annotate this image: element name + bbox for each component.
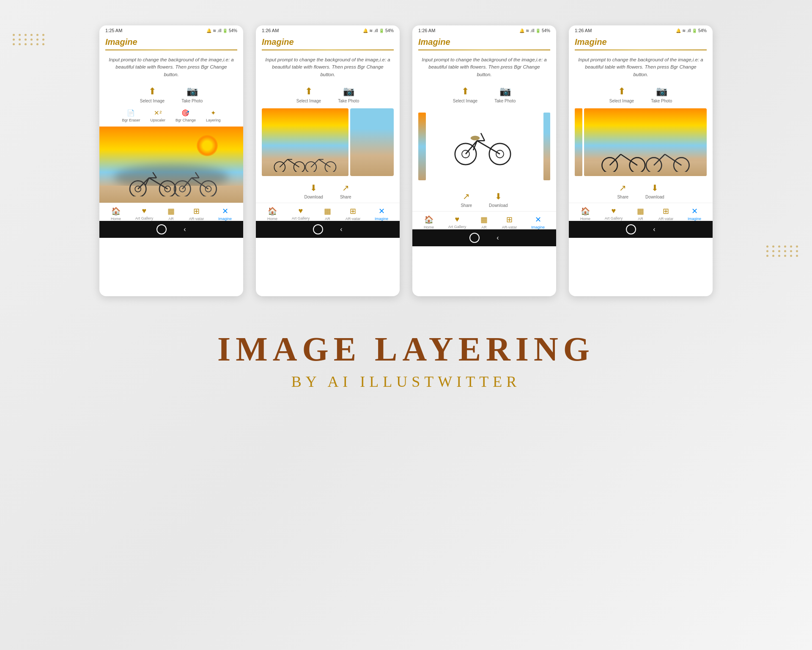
svg-line-43: [654, 154, 665, 165]
android-nav-3: ‹: [412, 229, 556, 246]
prompt-text-4: Input prompt to change the background of…: [569, 55, 713, 83]
arvatar-icon-1: ⊞: [193, 207, 200, 216]
ar-icon-3: ▦: [480, 215, 488, 224]
nav-items-2: 🏠 Home ♥ Art Gallery ▦ AR ⊞ AR-vatar ✕: [256, 207, 400, 221]
action-icons-row-2: ⬆ Select Image 📷 Take Photo: [256, 83, 400, 108]
select-image-label-3: Select Image: [453, 99, 477, 103]
svg-line-5: [149, 178, 168, 189]
share-btn-3[interactable]: ↗ Share: [461, 191, 472, 208]
layer-strip-left-3: [418, 113, 426, 180]
download-btn-2[interactable]: ⬇ Download: [304, 183, 323, 199]
take-photo-label-2: Take Photo: [338, 99, 359, 103]
nav-ar-3[interactable]: ▦ AR: [480, 215, 488, 229]
nav-home-2[interactable]: 🏠 Home: [267, 207, 277, 221]
nav-ar-4[interactable]: ▦ AR: [637, 207, 644, 221]
android-circle-3[interactable]: [469, 233, 480, 243]
android-back-3[interactable]: ‹: [497, 234, 499, 242]
nav-imagine-2[interactable]: ✕ Imagine: [375, 207, 388, 221]
bgr-eraser-btn[interactable]: 📄 Bgr Eraser: [122, 109, 140, 122]
nav-gallery-3[interactable]: ♥ Art Gallery: [448, 215, 466, 229]
nav-ar-2[interactable]: ▦ AR: [324, 207, 331, 221]
take-photo-label-3: Take Photo: [494, 99, 516, 103]
android-circle-4[interactable]: [626, 224, 636, 234]
select-image-label-2: Select Image: [296, 99, 321, 103]
select-image-btn-2[interactable]: ⬆ Select Image: [296, 86, 321, 103]
android-back-1[interactable]: ‹: [184, 226, 186, 233]
home-icon-4: 🏠: [581, 207, 590, 216]
ar-label-2: AR: [325, 217, 330, 221]
gallery-icon-1: ♥: [142, 207, 147, 215]
bgr-change-btn[interactable]: 🎯 Bgr Change: [176, 109, 196, 122]
prompt-text-3: Input prompt to change the background of…: [412, 55, 556, 83]
download-btn-4[interactable]: ⬇ Download: [645, 183, 664, 199]
nav-arvatar-4[interactable]: ⊞ AR-vatar: [658, 207, 674, 221]
nav-home-4[interactable]: 🏠 Home: [580, 207, 590, 221]
share-btn-4[interactable]: ↗ Share: [617, 183, 628, 199]
android-back-4[interactable]: ‹: [653, 226, 655, 233]
nav-home-3[interactable]: 🏠 Home: [424, 215, 434, 229]
title-divider-4: [575, 50, 707, 50]
layer-strip-right-3: [543, 113, 550, 180]
nav-bar-4: 🏠 Home ♥ Art Gallery ▦ AR ⊞ AR-vatar ✕: [569, 203, 713, 240]
imagine-label-2: Imagine: [375, 217, 388, 221]
status-bar-2: 1:26 AM 🔔 ≋ .ıll 🔋 54%: [256, 25, 400, 36]
beach-bikes-main-4: [590, 144, 701, 172]
app-title-3: Imagine: [412, 36, 556, 50]
android-circle-1[interactable]: [156, 224, 167, 234]
android-circle-2[interactable]: [313, 224, 323, 234]
prompt-text-1: Input prompt to change the background of…: [99, 55, 243, 83]
take-photo-label-1: Take Photo: [181, 99, 203, 103]
select-image-btn-4[interactable]: ⬆ Select Image: [609, 86, 634, 103]
nav-gallery-2[interactable]: ♥ Art Gallery: [292, 207, 310, 221]
select-image-btn-3[interactable]: ⬆ Select Image: [453, 86, 477, 103]
screen-4: 1:26 AM 🔔 ≋ .ıll 🔋 54% Imagine Input pro…: [569, 25, 713, 296]
bgr-eraser-icon: 📄: [127, 109, 135, 117]
layering-icon: ✦: [211, 109, 216, 117]
imagine-label-3: Imagine: [531, 225, 545, 229]
select-image-btn-1[interactable]: ⬆ Select Image: [140, 86, 165, 103]
status-time-2: 1:26 AM: [262, 28, 279, 33]
take-photo-btn-2[interactable]: 📷 Take Photo: [338, 86, 359, 103]
nav-arvatar-2[interactable]: ⊞ AR-vatar: [346, 207, 361, 221]
select-image-icon-4: ⬆: [618, 86, 625, 97]
take-photo-btn-4[interactable]: 📷 Take Photo: [651, 86, 672, 103]
take-photo-btn-3[interactable]: 📷 Take Photo: [494, 86, 516, 103]
nav-imagine-1[interactable]: ✕ Imagine: [218, 207, 232, 221]
upscaler-btn[interactable]: ✕² Upscaler: [150, 109, 165, 122]
ar-icon-4: ▦: [637, 207, 644, 216]
share-label-3: Share: [461, 203, 472, 208]
share-btn-2[interactable]: ↗ Share: [340, 183, 351, 199]
svg-line-20: [288, 159, 299, 167]
take-photo-label-4: Take Photo: [651, 99, 672, 103]
split-small-left-4: [575, 108, 582, 176]
share-label-4: Share: [617, 195, 628, 199]
nav-ar-1[interactable]: ▦ AR: [167, 207, 175, 221]
svg-line-7: [153, 172, 156, 178]
layering-btn[interactable]: ✦ Layering: [206, 109, 221, 122]
nav-imagine-3[interactable]: ✕ Imagine: [531, 215, 545, 229]
gallery-icon-4: ♥: [612, 207, 616, 215]
nav-arvatar-1[interactable]: ⊞ AR-vatar: [189, 207, 204, 221]
imagine-label-4: Imagine: [688, 217, 701, 221]
svg-line-16: [195, 172, 199, 178]
take-photo-btn-1[interactable]: 📷 Take Photo: [181, 86, 203, 103]
nav-imagine-4[interactable]: ✕ Imagine: [688, 207, 701, 221]
app-title-4: Imagine: [569, 36, 713, 50]
share-icon-2: ↗: [342, 183, 349, 193]
nav-home-1[interactable]: 🏠 Home: [111, 207, 121, 221]
arvatar-icon-3: ⊞: [506, 215, 513, 224]
download-label-4: Download: [645, 195, 664, 199]
arvatar-label-1: AR-vatar: [189, 217, 204, 221]
split-side-2: [350, 108, 394, 176]
nav-gallery-1[interactable]: ♥ Art Gallery: [135, 207, 154, 221]
split-main-4: [584, 108, 707, 176]
nav-gallery-4[interactable]: ♥ Art Gallery: [605, 207, 623, 221]
imagine-icon-3: ✕: [535, 215, 541, 224]
ar-icon-1: ▦: [167, 207, 175, 216]
bottom-actions-4: ↗ Share ⬇ Download: [569, 179, 713, 203]
nav-arvatar-3[interactable]: ⊞ AR-vatar: [502, 215, 517, 229]
status-icons-4: 🔔 ≋ .ıll 🔋 54%: [676, 28, 707, 33]
download-btn-3[interactable]: ⬇ Download: [489, 191, 508, 208]
download-label-2: Download: [304, 195, 323, 199]
android-back-2[interactable]: ‹: [340, 226, 342, 233]
